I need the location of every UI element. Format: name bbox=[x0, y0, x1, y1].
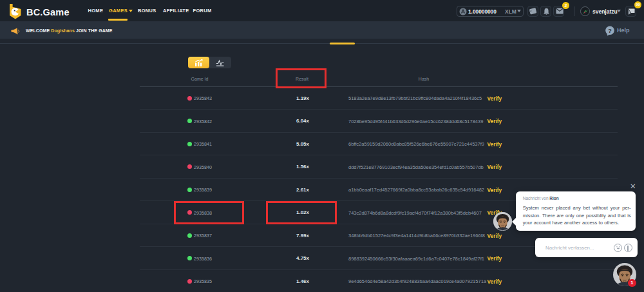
svg-text:?: ? bbox=[608, 26, 612, 34]
